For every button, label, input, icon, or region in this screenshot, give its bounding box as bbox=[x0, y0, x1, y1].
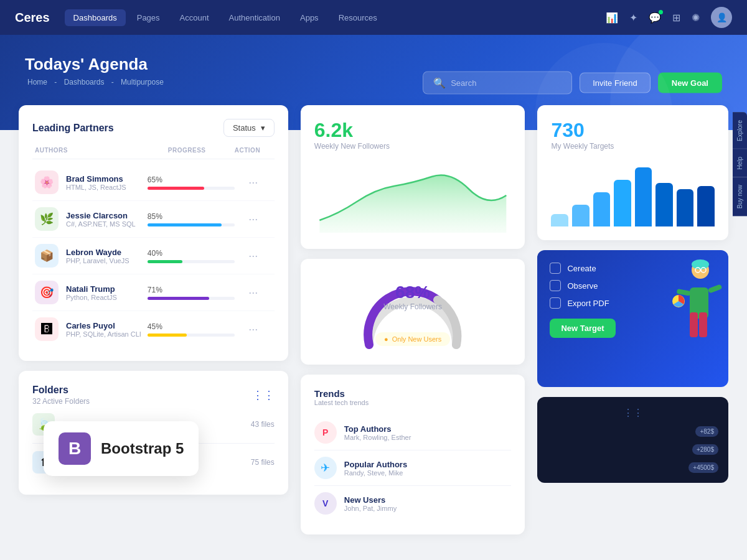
grid-icon[interactable]: ⊞ bbox=[672, 12, 680, 24]
progress-bar-bg bbox=[148, 297, 235, 300]
new-goal-button[interactable]: New Goal bbox=[658, 72, 722, 93]
svg-rect-3 bbox=[690, 312, 698, 337]
status-dropdown[interactable]: Status ▾ bbox=[223, 119, 275, 137]
progress-bar-bg bbox=[148, 260, 235, 263]
svg-rect-6 bbox=[708, 284, 722, 293]
side-tab-buynow[interactable]: Buy now bbox=[733, 177, 747, 216]
bar-item bbox=[551, 214, 568, 226]
nav-icons: 📊 ✦ 💬 ⊞ ✺ 👤 bbox=[606, 7, 732, 28]
chart-icon[interactable]: 📊 bbox=[606, 12, 618, 24]
action-menu-button[interactable]: ··· bbox=[235, 176, 272, 189]
progress-bar-fill bbox=[148, 334, 187, 337]
progress-bar-fill bbox=[148, 297, 209, 300]
progress-cell: 45% bbox=[148, 322, 235, 337]
bar-item bbox=[655, 183, 673, 226]
action-menu-button[interactable]: ··· bbox=[235, 213, 272, 226]
gauge-container: 68% Weekly Followers ● Only New Users bbox=[314, 273, 512, 351]
nav-authentication[interactable]: Authentication bbox=[220, 9, 289, 26]
breadcrumb-dashboards[interactable]: Dashboards bbox=[64, 78, 105, 86]
folders-subtitle: 32 Active Folders bbox=[32, 397, 90, 406]
trend-sub: Mark, Rowling, Esther bbox=[344, 434, 411, 441]
partner-tech: Python, ReactJS bbox=[66, 294, 117, 301]
trends-subtitle: Latest tech trends bbox=[314, 399, 512, 406]
partner-info: 📦 Lebron Wayde PHP, Laravel, VueJS bbox=[35, 244, 148, 268]
action-menu-button[interactable]: ··· bbox=[235, 286, 272, 299]
table-row: 🌿 Jessie Clarcson C#, ASP.NET, MS SQL 85… bbox=[32, 201, 275, 238]
middle-column: 6.2k Weekly New Followers bbox=[301, 105, 525, 534]
progress-cell: 65% bbox=[148, 175, 235, 190]
side-tab-help[interactable]: Help bbox=[733, 149, 747, 177]
nav-resources[interactable]: Resources bbox=[330, 9, 386, 26]
bar-item bbox=[635, 167, 652, 226]
page-title: Todays' Agenda bbox=[25, 55, 722, 74]
action-menu-button[interactable]: ··· bbox=[235, 323, 272, 336]
message-icon[interactable]: 💬 bbox=[649, 12, 661, 24]
gauge-label: Weekly Followers bbox=[383, 302, 442, 311]
breadcrumb: Home - Dashboards - Multipurpose bbox=[25, 78, 722, 86]
folders-menu-button[interactable]: ⋮⋮ bbox=[252, 388, 275, 402]
trend-icon: V bbox=[314, 492, 337, 515]
folders-header: Folders 32 Active Folders ⋮⋮ bbox=[32, 385, 275, 406]
stat-badge-1: +82$ bbox=[695, 426, 718, 437]
checkbox-icon bbox=[550, 280, 561, 291]
gauge-percentage: 68% bbox=[383, 282, 442, 302]
gauge-card: 68% Weekly Followers ● Only New Users bbox=[301, 259, 525, 365]
progress-bar-fill bbox=[148, 223, 222, 226]
side-tab-explore[interactable]: Explore bbox=[733, 112, 747, 149]
partner-info: 🎯 Natali Trump Python, ReactJS bbox=[35, 281, 148, 304]
status-label: Status bbox=[233, 123, 256, 133]
bar-item bbox=[697, 186, 715, 226]
action-menu-button[interactable]: ··· bbox=[235, 250, 272, 263]
person-illustration bbox=[666, 256, 722, 356]
notification-dot bbox=[659, 10, 663, 14]
svg-point-1 bbox=[692, 259, 709, 269]
chevron-down-icon: ▾ bbox=[261, 123, 265, 133]
bar-item bbox=[593, 192, 611, 226]
nav-apps[interactable]: Apps bbox=[291, 9, 327, 26]
hero-actions: 🔍 Invite Friend New Goal bbox=[423, 71, 722, 94]
new-target-button[interactable]: New Target bbox=[550, 319, 615, 338]
bootstrap-logo: B bbox=[59, 432, 91, 465]
partner-info: 🅱 Carles Puyol PHP, SQLite, Artisan CLI bbox=[35, 317, 148, 341]
trend-icon: P bbox=[314, 421, 337, 444]
trend-name: Popular Authors bbox=[344, 460, 407, 469]
avatar: 🎯 bbox=[35, 281, 59, 304]
user-avatar[interactable]: 👤 bbox=[711, 7, 732, 28]
search-box[interactable]: 🔍 bbox=[423, 71, 572, 94]
avatar: 🌿 bbox=[35, 207, 59, 231]
trend-sub: John, Pat, Jimmy bbox=[344, 505, 397, 512]
dark-stats-panel: ⋮⋮ +82$ +280$ +4500$ bbox=[537, 397, 728, 483]
partner-tech: PHP, Laravel, VueJS bbox=[66, 257, 129, 264]
targets-bar-chart bbox=[551, 158, 715, 226]
search-input[interactable] bbox=[451, 78, 561, 87]
col-authors: AUTHORS bbox=[35, 147, 168, 154]
breadcrumb-home[interactable]: Home bbox=[27, 78, 47, 86]
partner-info: 🌿 Jessie Clarcson C#, ASP.NET, MS SQL bbox=[35, 207, 148, 231]
nav-account[interactable]: Account bbox=[171, 9, 218, 26]
progress-bar-fill bbox=[148, 187, 204, 190]
progress-cell: 71% bbox=[148, 286, 235, 300]
bar-item bbox=[677, 189, 694, 226]
right-column: 730 My Weekly Targets Cereate bbox=[537, 105, 728, 534]
cta-create-label: Cereate bbox=[567, 264, 596, 273]
trends-title: Trends bbox=[314, 388, 512, 399]
table-row: 🎯 Natali Trump Python, ReactJS 71% ··· bbox=[32, 274, 275, 311]
trend-icon: ✈ bbox=[314, 457, 337, 479]
sparkle-icon[interactable]: ✦ bbox=[629, 12, 637, 24]
nav-dashboards[interactable]: Dashboards bbox=[65, 9, 126, 26]
settings-icon[interactable]: ✺ bbox=[692, 12, 700, 24]
followers-number: 6.2k bbox=[314, 119, 512, 142]
cta-card: Cereate Observe Export PDF New Target bbox=[537, 250, 728, 387]
card-header: Leading Partners Status ▾ bbox=[32, 119, 275, 137]
targets-label: My Weekly Targets bbox=[551, 142, 715, 151]
nav-pages[interactable]: Pages bbox=[128, 9, 169, 26]
folders-card: Folders 32 Active Folders ⋮⋮ 🍃 Project A… bbox=[19, 371, 288, 495]
progress-bar-bg bbox=[148, 223, 235, 226]
avatar: 🅱 bbox=[35, 317, 59, 341]
trend-name: Top Authors bbox=[344, 424, 411, 434]
list-item: V New Users John, Pat, Jimmy bbox=[314, 486, 512, 521]
table-row: 🌸 Brad Simmons HTML, JS, ReactJS 65% ··· bbox=[32, 164, 275, 201]
progress-cell: 40% bbox=[148, 249, 235, 263]
invite-friend-button[interactable]: Invite Friend bbox=[580, 72, 651, 93]
table-headers: AUTHORS PROGRESS ACTION bbox=[32, 147, 275, 159]
